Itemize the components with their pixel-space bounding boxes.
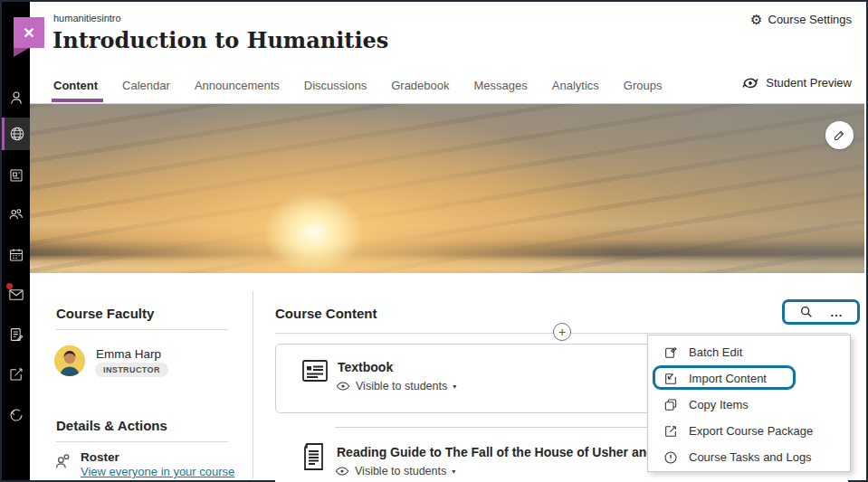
nav-courses[interactable] (2, 198, 30, 231)
nav-sign-out[interactable] (2, 399, 30, 431)
item-title[interactable]: Textbook (338, 360, 393, 374)
visibility-selector[interactable]: Visible to students ▾ (335, 465, 455, 477)
nav-tools[interactable] (2, 358, 30, 391)
globe-icon (9, 126, 25, 142)
item-divider (335, 427, 675, 428)
chevron-down-icon: ▾ (453, 383, 456, 391)
student-preview-button[interactable]: Student Preview (741, 75, 852, 90)
add-content-button[interactable]: + (553, 323, 571, 341)
course-content-heading: Course Content (275, 306, 377, 321)
nav-messages[interactable] (2, 279, 30, 311)
tab-content[interactable]: Content (53, 68, 98, 103)
nav-institution-pages[interactable] (2, 159, 30, 192)
faculty-heading: Course Faculty (56, 306, 154, 321)
roster-link[interactable]: View everyone in your course (81, 465, 234, 478)
batch-edit-icon (663, 345, 678, 360)
textbook-icon (301, 358, 329, 387)
details-actions-heading: Details & Actions (56, 418, 167, 433)
sign-out-arrow-icon (8, 407, 24, 423)
close-course-button[interactable]: ✕ (14, 17, 44, 48)
people-icon (7, 206, 24, 222)
menu-item-label: Import Content (689, 372, 767, 385)
profile-icon (8, 90, 24, 106)
calendar-icon (8, 247, 24, 263)
menu-item-label: Copy Items (689, 398, 749, 411)
content-overflow-menu: Batch Edit Import Content Copy Items Exp… (647, 335, 851, 472)
course-banner-image (30, 104, 864, 273)
visibility-label: Visible to students (356, 380, 447, 392)
menu-item-course-tasks-logs[interactable]: Course Tasks and Logs (648, 444, 850, 470)
search-button[interactable] (799, 305, 814, 319)
details-divider (56, 441, 228, 442)
base-nav-rail (2, 2, 30, 480)
course-settings-button[interactable]: ⚙ Course Settings (750, 13, 852, 26)
menu-item-batch-edit[interactable]: Batch Edit (648, 339, 850, 365)
copy-items-icon (663, 398, 678, 412)
visibility-label: Visible to students (355, 465, 446, 477)
nav-calendar[interactable] (2, 239, 30, 271)
avatar[interactable] (54, 345, 85, 376)
export-package-icon (663, 424, 678, 439)
roster-icon (53, 451, 73, 474)
menu-item-label: Course Tasks and Logs (689, 450, 812, 464)
institution-pages-icon (8, 167, 24, 184)
nav-grades[interactable] (2, 318, 30, 351)
close-icon: ✕ (23, 24, 34, 42)
eye-icon (336, 381, 350, 392)
tab-groups[interactable]: Groups (624, 68, 663, 103)
menu-item-label: Batch Edit (689, 345, 742, 359)
tasks-logs-icon (663, 450, 678, 465)
compose-icon (8, 366, 24, 383)
nav-activity-globe[interactable] (2, 118, 30, 150)
tab-calendar[interactable]: Calendar (122, 68, 170, 103)
menu-item-copy-items[interactable]: Copy Items (648, 392, 850, 418)
faculty-divider (56, 329, 228, 330)
page-title: Introduction to Humanities (52, 27, 388, 53)
gear-icon: ⚙ (750, 13, 762, 26)
app-window: ✕ humanitiesintro Introduction to Humani… (0, 0, 868, 482)
tab-discussions[interactable]: Discussions (304, 68, 367, 103)
pencil-icon (833, 128, 846, 142)
edit-banner-button[interactable] (825, 121, 854, 149)
item-title[interactable]: Reading Guide to The Fall of the House o… (337, 445, 680, 459)
tab-list: Content Calendar Announcements Discussio… (53, 67, 662, 103)
close-tile-fold (14, 48, 29, 57)
nav-profile[interactable] (2, 81, 30, 114)
student-preview-icon (741, 75, 759, 90)
chevron-down-icon: ▾ (452, 468, 455, 476)
avatar-photo (54, 345, 85, 376)
import-content-icon (663, 372, 678, 386)
roster-label: Roster (81, 450, 119, 464)
tab-analytics[interactable]: Analytics (552, 68, 599, 103)
breadcrumb: humanitiesintro (53, 13, 121, 24)
tab-announcements[interactable]: Announcements (195, 68, 280, 103)
course-header: humanitiesintro Introduction to Humaniti… (30, 4, 864, 67)
course-settings-label: Course Settings (768, 13, 853, 26)
envelope-icon (8, 288, 24, 302)
tab-gradebook[interactable]: Gradebook (391, 68, 449, 103)
instructor-name: Emma Harp (96, 347, 161, 361)
content-overflow-menu-button[interactable]: ... (831, 306, 844, 319)
column-divider (253, 291, 253, 478)
menu-item-import-content[interactable]: Import Content (648, 365, 850, 392)
notification-dot (6, 283, 13, 289)
content-tools-highlight: ... (782, 299, 860, 325)
eye-icon (335, 466, 349, 477)
course-tabbar: Content Calendar Announcements Discussio… (30, 67, 864, 104)
grades-icon (8, 326, 24, 343)
instructor-role-badge: INSTRUCTOR (95, 363, 168, 377)
menu-item-export-course-package[interactable]: Export Course Package (648, 418, 850, 444)
document-icon (300, 442, 326, 475)
menu-item-label: Export Course Package (689, 424, 813, 438)
visibility-selector[interactable]: Visible to students ▾ (336, 380, 456, 392)
tab-messages[interactable]: Messages (474, 68, 528, 103)
search-icon (799, 305, 814, 319)
student-preview-label: Student Preview (766, 76, 852, 90)
